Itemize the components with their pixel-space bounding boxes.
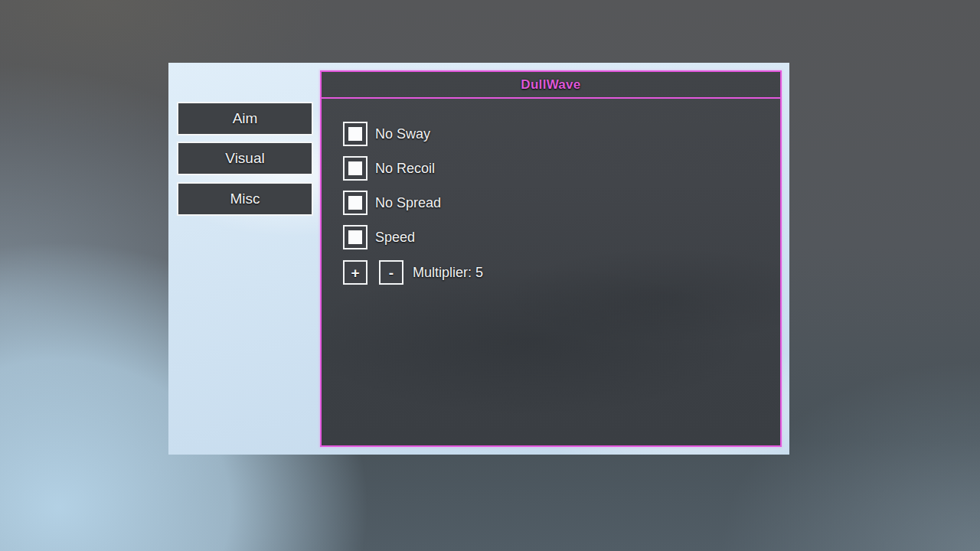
row-no-recoil: No Recoil	[343, 156, 780, 181]
multiplier-label: Multiplier:5	[413, 265, 483, 281]
mod-menu-window: Aim Visual Misc DullWave No Sway No Reco…	[168, 63, 789, 455]
checkbox-fill	[348, 230, 362, 244]
plus-icon: +	[351, 266, 359, 280]
checkbox-label-no-spread: No Spread	[375, 195, 441, 211]
checkbox-label-speed: Speed	[375, 230, 415, 246]
tab-visual-label: Visual	[225, 150, 264, 167]
panel-content: No Sway No Recoil No Spread Speed	[322, 99, 780, 285]
checkbox-label-no-sway: No Sway	[375, 126, 430, 142]
increase-multiplier-button[interactable]: +	[343, 260, 368, 285]
checkbox-no-sway[interactable]	[343, 122, 368, 146]
multiplier-value: 5	[475, 265, 483, 280]
settings-panel: DullWave No Sway No Recoil No Spread	[320, 70, 782, 447]
minus-icon: -	[389, 266, 394, 280]
tab-aim-label: Aim	[233, 110, 258, 127]
checkbox-no-spread[interactable]	[343, 191, 368, 215]
multiplier-stepper: + - Multiplier:5	[343, 260, 780, 285]
tab-misc[interactable]: Misc	[177, 182, 313, 216]
checkbox-fill	[348, 196, 362, 210]
checkbox-no-recoil[interactable]	[343, 156, 368, 181]
tab-misc-label: Misc	[230, 191, 260, 207]
tab-visual[interactable]: Visual	[177, 142, 313, 175]
window-title: DullWave	[521, 77, 580, 93]
checkbox-label-no-recoil: No Recoil	[375, 161, 435, 177]
row-no-sway: No Sway	[343, 122, 780, 146]
checkbox-fill	[348, 161, 362, 175]
row-no-spread: No Spread	[343, 191, 780, 215]
multiplier-label-prefix: Multiplier:	[413, 265, 472, 280]
row-speed: Speed	[343, 225, 780, 249]
checkbox-speed[interactable]	[343, 225, 368, 249]
tab-aim[interactable]: Aim	[177, 102, 313, 135]
checkbox-fill	[348, 127, 362, 141]
titlebar-drag-handle[interactable]: DullWave	[322, 72, 780, 99]
decrease-multiplier-button[interactable]: -	[379, 260, 403, 285]
